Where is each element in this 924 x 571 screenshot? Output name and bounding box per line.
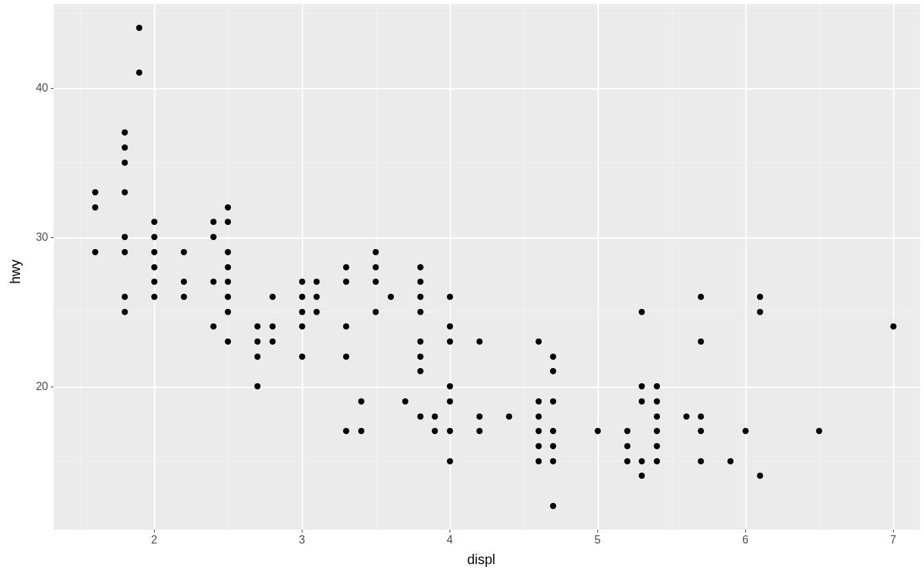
- data-point: [181, 294, 187, 300]
- data-point: [122, 129, 128, 136]
- data-point: [757, 309, 763, 315]
- plot-panel: [54, 4, 920, 530]
- gridline-v: [745, 4, 747, 530]
- data-point: [624, 458, 630, 464]
- data-point: [314, 309, 320, 315]
- data-point: [536, 338, 542, 345]
- data-point: [343, 323, 349, 330]
- data-point: [476, 413, 483, 420]
- data-point: [654, 413, 660, 420]
- data-point: [122, 234, 128, 240]
- data-point: [890, 323, 896, 330]
- x-tick: [597, 530, 598, 532]
- data-point: [536, 458, 542, 464]
- data-point: [447, 458, 453, 464]
- minor-gridline-v: [80, 4, 81, 530]
- data-point: [210, 234, 217, 240]
- minor-gridline-h: [54, 13, 920, 14]
- x-tick: [450, 530, 450, 532]
- data-point: [698, 413, 704, 420]
- data-point: [225, 309, 231, 315]
- data-point: [639, 309, 645, 315]
- data-point: [225, 294, 231, 300]
- data-point: [151, 279, 157, 285]
- data-point: [447, 323, 453, 330]
- x-axis-title: displ: [467, 552, 495, 568]
- data-point: [402, 398, 408, 405]
- data-point: [550, 428, 556, 434]
- data-point: [181, 279, 187, 285]
- data-point: [432, 413, 438, 420]
- data-point: [225, 338, 231, 345]
- data-point: [92, 204, 98, 211]
- data-point: [225, 219, 231, 225]
- data-point: [550, 443, 556, 449]
- data-point: [595, 428, 601, 434]
- data-point: [447, 428, 453, 434]
- data-point: [373, 309, 379, 315]
- x-tick: [893, 530, 894, 532]
- data-point: [654, 443, 660, 449]
- data-point: [270, 338, 276, 345]
- data-point: [639, 473, 645, 479]
- y-tick-label: 40: [36, 82, 48, 94]
- data-point: [417, 354, 424, 360]
- minor-gridline-h: [54, 461, 920, 462]
- data-point: [151, 234, 157, 240]
- minor-gridline-v: [524, 4, 525, 530]
- data-point: [299, 323, 305, 330]
- x-tick-label: 7: [890, 534, 896, 546]
- data-point: [417, 264, 424, 270]
- data-point: [654, 398, 660, 405]
- data-point: [343, 264, 349, 270]
- minor-gridline-v: [820, 4, 820, 530]
- y-axis-title: hwy: [8, 259, 23, 284]
- data-point: [654, 428, 660, 434]
- data-point: [210, 323, 217, 330]
- data-point: [270, 323, 276, 330]
- data-point: [122, 249, 128, 255]
- data-point: [225, 204, 231, 211]
- x-tick: [154, 530, 155, 532]
- data-point: [432, 428, 438, 434]
- data-point: [122, 189, 128, 195]
- data-point: [151, 264, 157, 270]
- data-point: [683, 413, 690, 420]
- data-point: [698, 428, 704, 434]
- y-tick: [51, 88, 54, 89]
- data-point: [417, 309, 424, 315]
- gridline-h: [54, 237, 920, 239]
- data-point: [122, 144, 128, 151]
- data-point: [536, 443, 542, 449]
- data-point: [742, 428, 749, 434]
- data-point: [417, 294, 424, 300]
- data-point: [373, 249, 379, 255]
- data-point: [698, 338, 704, 345]
- data-point: [270, 294, 276, 300]
- data-point: [92, 189, 98, 195]
- data-point: [476, 428, 483, 434]
- data-point: [225, 279, 231, 285]
- data-point: [536, 398, 542, 405]
- data-point: [816, 428, 822, 434]
- gridline-v: [302, 4, 303, 530]
- gridline-v: [450, 4, 451, 530]
- data-point: [343, 354, 349, 360]
- data-point: [136, 25, 142, 31]
- data-point: [550, 458, 556, 464]
- data-point: [639, 383, 645, 389]
- data-point: [476, 338, 483, 345]
- data-point: [536, 413, 542, 420]
- data-point: [151, 219, 157, 225]
- data-point: [373, 264, 379, 270]
- x-tick: [745, 530, 746, 532]
- data-point: [388, 294, 394, 300]
- data-point: [254, 323, 261, 330]
- data-point: [624, 443, 630, 449]
- data-point: [151, 294, 157, 300]
- data-point: [447, 398, 453, 405]
- scatter-chart: hwy displ 203040234567: [0, 0, 924, 571]
- data-point: [314, 294, 320, 300]
- x-tick-label: 5: [595, 534, 601, 546]
- data-point: [373, 279, 379, 285]
